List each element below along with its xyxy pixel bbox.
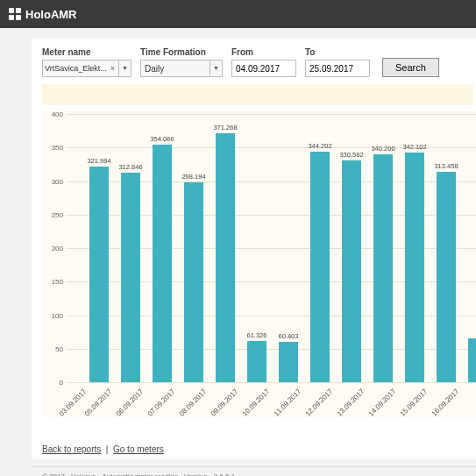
- bar-value-label: 342.102: [400, 143, 430, 151]
- y-tick: 400: [46, 110, 63, 118]
- bar[interactable]: [437, 172, 456, 382]
- close-icon[interactable]: ×: [109, 64, 117, 73]
- logo-icon: [9, 8, 21, 20]
- meter-select[interactable]: VrtSavica_Elekt... × ▼: [42, 60, 131, 77]
- chart-plot: 05010015020025030035040003.09.2017321.98…: [67, 114, 476, 382]
- from-date-input[interactable]: [231, 60, 296, 77]
- topbar: HoloAMR: [0, 0, 476, 28]
- bar[interactable]: [153, 145, 172, 382]
- y-tick: 100: [46, 311, 63, 319]
- bar[interactable]: [405, 153, 424, 382]
- bar-value-label: 298.194: [179, 173, 209, 181]
- chart: 05010015020025030035040003.09.2017321.98…: [42, 110, 476, 417]
- y-tick: 250: [46, 210, 63, 218]
- bar-value-label: 371.268: [210, 124, 240, 131]
- bar[interactable]: [121, 173, 140, 382]
- bar[interactable]: [373, 154, 393, 382]
- y-tick: 350: [46, 144, 63, 152]
- bar[interactable]: [89, 167, 109, 382]
- meter-value: VrtSavica_Elekt...: [45, 64, 107, 73]
- bar-value-label: 60.403: [274, 332, 303, 340]
- bar-value-label: 321.984: [84, 157, 114, 165]
- y-tick: 300: [46, 177, 63, 185]
- search-button[interactable]: Search: [382, 58, 439, 77]
- bar[interactable]: [310, 152, 330, 382]
- bar-value-label: 330.582: [337, 151, 366, 159]
- meter-label: Meter name: [42, 47, 131, 57]
- bar[interactable]: [342, 160, 361, 382]
- bar-value-label: 313.458: [431, 162, 461, 170]
- bar-value-label: 61.326: [242, 331, 272, 339]
- y-tick: 200: [46, 245, 63, 252]
- bar-value-label: 340.200: [368, 145, 398, 153]
- bar-value-label: 312.846: [116, 163, 146, 171]
- bottom-links: Back to reports | Go to meters: [42, 444, 164, 454]
- footer-text: © 2017 - Holosys - Automatic meter readi…: [32, 466, 476, 476]
- from-label: From: [231, 47, 296, 57]
- back-to-reports-link[interactable]: Back to reports: [42, 444, 101, 454]
- y-tick: 0: [46, 379, 63, 387]
- bar[interactable]: [468, 338, 476, 382]
- bar-value-label: 344.202: [305, 142, 335, 150]
- bar-value-label: 354.066: [147, 135, 177, 143]
- chevron-down-icon[interactable]: ▼: [118, 60, 131, 76]
- content: Meter name VrtSavica_Elekt... × ▼ Time F…: [32, 39, 476, 459]
- time-formation-select[interactable]: Daily ▼: [140, 60, 223, 77]
- chevron-down-icon[interactable]: ▼: [210, 60, 222, 76]
- bar[interactable]: [216, 133, 235, 382]
- y-tick: 50: [46, 345, 63, 352]
- info-banner: [42, 84, 473, 105]
- bar[interactable]: [279, 342, 298, 382]
- bar[interactable]: [247, 341, 266, 382]
- filter-bar: Meter name VrtSavica_Elekt... × ▼ Time F…: [42, 47, 476, 77]
- go-to-meters-link[interactable]: Go to meters: [113, 444, 164, 454]
- y-tick: 150: [46, 278, 63, 286]
- time-label: Time Formation: [140, 47, 223, 57]
- time-value: Daily: [145, 64, 164, 74]
- to-date-input[interactable]: [305, 60, 370, 77]
- app-name: HoloAMR: [25, 8, 77, 21]
- app-logo: HoloAMR: [9, 8, 77, 21]
- to-label: To: [305, 47, 370, 57]
- bar[interactable]: [184, 182, 203, 382]
